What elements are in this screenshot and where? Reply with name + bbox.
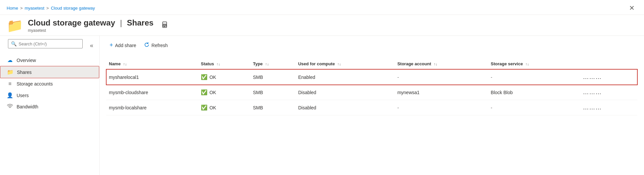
cell-used-for-compute: Disabled bbox=[295, 85, 395, 100]
sort-icon-storage-service[interactable]: ↑↓ bbox=[525, 62, 529, 66]
col-used-for-compute: Used for compute ↑↓ bbox=[295, 59, 395, 69]
table-row[interactable]: mysmb-localshare✅OKSMBDisabled--……… bbox=[106, 100, 637, 115]
col-storage-account: Storage account ↑↓ bbox=[395, 59, 488, 69]
folder-icon-large: 📁 bbox=[7, 19, 23, 32]
dash: - bbox=[491, 105, 492, 110]
breadcrumb-myasetest[interactable]: myasetest bbox=[25, 6, 44, 11]
col-status: Status ↑↓ bbox=[198, 59, 250, 69]
add-share-button[interactable]: + Add share bbox=[106, 40, 139, 51]
status-text: OK bbox=[209, 75, 216, 80]
table-header-row: Name ↑↓ Status ↑↓ Type ↑↓ Used for compu… bbox=[106, 59, 637, 69]
svg-rect-0 bbox=[163, 22, 167, 24]
breadcrumb-current[interactable]: Cloud storage gateway bbox=[51, 6, 95, 11]
sidebar-item-bandwidth-label: Bandwidth bbox=[17, 104, 38, 109]
main-layout: 🔍 « ☁ Overview 📁 Shares ≡ Storage accoun… bbox=[0, 36, 644, 175]
folder-icon: 📁 bbox=[7, 69, 14, 75]
cell-name: mysmb-cloudshare bbox=[106, 85, 198, 100]
cell-storage-service: Block Blob bbox=[488, 85, 578, 100]
status-text: OK bbox=[209, 105, 216, 110]
cell-actions[interactable]: ……… bbox=[578, 69, 637, 85]
more-options-button[interactable]: ……… bbox=[581, 103, 604, 112]
page-subtitle: myasetest bbox=[28, 28, 153, 33]
add-share-label: Add share bbox=[115, 43, 136, 48]
cell-status: ✅OK bbox=[198, 100, 250, 115]
col-name: Name ↑↓ bbox=[106, 59, 198, 69]
cell-name: mysmb-localshare bbox=[106, 100, 198, 115]
cell-actions[interactable]: ……… bbox=[578, 100, 637, 115]
status-ok-icon: ✅ bbox=[201, 89, 207, 95]
print-icon bbox=[161, 22, 168, 28]
cell-type: SMB bbox=[250, 100, 295, 115]
sidebar-item-overview[interactable]: ☁ Overview bbox=[0, 54, 99, 66]
shares-table: Name ↑↓ Status ↑↓ Type ↑↓ Used for compu… bbox=[106, 59, 637, 115]
top-bar: Home > myasetest > Cloud storage gateway… bbox=[0, 0, 644, 15]
cell-status: ✅OK bbox=[198, 85, 250, 100]
more-options-button[interactable]: ……… bbox=[581, 73, 604, 81]
user-icon: 👤 bbox=[7, 92, 13, 98]
more-options-button[interactable]: ……… bbox=[581, 88, 604, 96]
search-icon: 🔍 bbox=[11, 41, 17, 46]
sort-icon-storage-account[interactable]: ↑↓ bbox=[434, 62, 437, 66]
breadcrumb-sep2: > bbox=[46, 6, 49, 11]
sidebar-item-storage-accounts-label: Storage accounts bbox=[17, 81, 53, 87]
table-row[interactable]: mysmb-cloudshare✅OKSMBDisabledmynewsa1Bl… bbox=[106, 85, 637, 100]
page-title: Cloud storage gateway | Shares bbox=[28, 18, 153, 28]
sidebar-item-storage-accounts[interactable]: ≡ Storage accounts bbox=[0, 78, 99, 89]
sort-icon-compute[interactable]: ↑↓ bbox=[337, 62, 341, 66]
dash: - bbox=[491, 75, 492, 80]
dash: - bbox=[397, 75, 399, 80]
sidebar: 🔍 « ☁ Overview 📁 Shares ≡ Storage accoun… bbox=[0, 36, 100, 175]
breadcrumb-home[interactable]: Home bbox=[7, 6, 18, 11]
cloud-icon: ☁ bbox=[7, 57, 13, 63]
col-storage-service: Storage service ↑↓ bbox=[488, 59, 578, 69]
cell-actions[interactable]: ……… bbox=[578, 85, 637, 100]
sidebar-item-overview-label: Overview bbox=[17, 58, 36, 63]
refresh-label: Refresh bbox=[151, 43, 168, 48]
svg-rect-2 bbox=[164, 26, 166, 26]
cell-storage-account: - bbox=[395, 100, 488, 115]
cell-status: ✅OK bbox=[198, 69, 250, 85]
cell-storage-account: mynewsa1 bbox=[395, 85, 488, 100]
table-row[interactable]: mysharelocal1✅OKSMBEnabled--……… bbox=[106, 69, 637, 85]
close-button[interactable]: ✕ bbox=[626, 3, 637, 13]
sidebar-item-bandwidth[interactable]: Bandwidth bbox=[0, 101, 99, 112]
wifi-icon bbox=[7, 104, 13, 110]
bars-icon: ≡ bbox=[7, 81, 13, 87]
sidebar-item-shares-label: Shares bbox=[17, 70, 32, 75]
breadcrumb: Home > myasetest > Cloud storage gateway bbox=[7, 6, 95, 11]
page-header: 📁 Cloud storage gateway | Shares myasete… bbox=[0, 15, 644, 36]
refresh-button[interactable]: Refresh bbox=[141, 40, 171, 51]
cell-storage-account: - bbox=[395, 69, 488, 85]
cell-storage-service: - bbox=[488, 69, 578, 85]
cell-used-for-compute: Enabled bbox=[295, 69, 395, 85]
cell-used-for-compute: Disabled bbox=[295, 100, 395, 115]
status-ok-icon: ✅ bbox=[201, 74, 207, 80]
print-button[interactable] bbox=[159, 20, 170, 31]
toolbar: + Add share Refresh bbox=[106, 40, 637, 53]
cell-name: mysharelocal1 bbox=[106, 69, 198, 85]
svg-rect-3 bbox=[164, 27, 165, 27]
sort-icon-type[interactable]: ↑↓ bbox=[265, 62, 269, 66]
header-text: Cloud storage gateway | Shares myasetest bbox=[28, 18, 153, 33]
dash: - bbox=[397, 105, 399, 110]
col-type: Type ↑↓ bbox=[250, 59, 295, 69]
status-text: OK bbox=[209, 90, 216, 95]
sort-icon-status[interactable]: ↑↓ bbox=[216, 62, 220, 66]
search-box[interactable]: 🔍 bbox=[8, 39, 83, 48]
search-row: 🔍 « bbox=[0, 39, 99, 52]
collapse-sidebar-button[interactable]: « bbox=[88, 41, 95, 50]
sort-icon-name[interactable]: ↑↓ bbox=[123, 62, 127, 66]
col-actions bbox=[578, 59, 637, 69]
cell-type: SMB bbox=[250, 85, 295, 100]
sidebar-item-users[interactable]: 👤 Users bbox=[0, 89, 99, 101]
sidebar-item-users-label: Users bbox=[17, 93, 29, 98]
cell-type: SMB bbox=[250, 69, 295, 85]
sidebar-item-shares[interactable]: 📁 Shares bbox=[0, 66, 99, 78]
content-area: + Add share Refresh Name ↑↓ bbox=[100, 36, 644, 175]
breadcrumb-sep1: > bbox=[20, 6, 23, 11]
title-divider: | bbox=[120, 18, 122, 27]
refresh-icon bbox=[144, 42, 149, 49]
search-input[interactable] bbox=[19, 41, 80, 46]
add-icon: + bbox=[110, 42, 113, 49]
status-ok-icon: ✅ bbox=[201, 104, 207, 111]
